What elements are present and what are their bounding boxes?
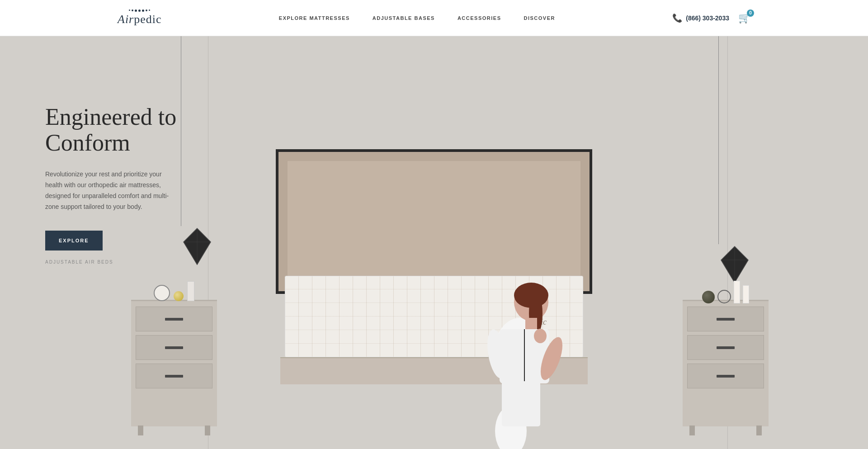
cart-badge: 0 — [747, 9, 754, 17]
logo-dot — [146, 9, 147, 11]
phone-area[interactable]: 📞 (866) 303-2033 — [672, 13, 729, 23]
drawer-handle — [165, 375, 183, 378]
nav-explore-mattresses[interactable]: EXPLORE MATTRESSES — [279, 15, 350, 21]
nav-discover[interactable]: DISCOVER — [524, 15, 555, 21]
drawer-2 — [136, 335, 212, 360]
logo-dot — [138, 9, 141, 12]
cart-button[interactable]: 🛒 0 — [738, 12, 750, 24]
hero-sub-label: ADJUSTABLE AIR BEDS — [45, 260, 249, 265]
deco-candle-short — [743, 285, 749, 303]
site-header: Airpedic EXPLORE MATTRESSES ADJUSTABLE B… — [0, 0, 868, 36]
drawer-3 — [136, 364, 212, 388]
main-nav: EXPLORE MATTRESSES ADJUSTABLE BASES ACCE… — [279, 15, 555, 21]
table-items-left — [131, 279, 217, 301]
clock-decor — [154, 285, 170, 301]
logo[interactable]: Airpedic — [118, 9, 162, 26]
drawer-handle — [717, 375, 735, 378]
table-legs — [131, 425, 217, 435]
deco-dark-sphere — [702, 291, 715, 303]
logo-dot — [129, 9, 130, 11]
bedside-table-right — [683, 300, 769, 426]
deco-tall — [187, 281, 194, 301]
drawer-handle — [717, 318, 735, 321]
drawer-handle — [717, 346, 735, 349]
hero-content: Engineered to Conform Revolutionize your… — [45, 104, 249, 265]
drawer-3 — [687, 364, 764, 388]
deco-ball — [174, 291, 184, 301]
hero-description: Revolutionize your rest and prioritize y… — [45, 169, 172, 212]
explore-button[interactable]: EXPLORE — [45, 231, 103, 250]
woman-figure — [457, 259, 583, 449]
logo-dot — [142, 9, 144, 12]
logo-dot — [132, 9, 133, 11]
drawer-handle — [165, 318, 183, 321]
drawer-1 — [687, 307, 764, 331]
drawer-handle — [165, 346, 183, 349]
table-leg — [756, 425, 762, 435]
header-right: 📞 (866) 303-2033 🛒 0 — [672, 12, 750, 24]
table-leg — [689, 425, 695, 435]
hero-section: Airpedic 1200 — [0, 36, 868, 449]
table-items-right — [683, 279, 769, 303]
logo-dot — [135, 9, 137, 12]
phone-number: (866) 303-2033 — [686, 14, 729, 22]
deco-candle-tall — [734, 281, 740, 303]
svg-rect-21 — [502, 381, 540, 426]
pendant-cord-right — [718, 36, 719, 244]
hero-title: Engineered to Conform — [45, 104, 249, 156]
nav-accessories[interactable]: ACCESSORIES — [458, 15, 501, 21]
logo-dots — [129, 9, 150, 12]
drawer-2 — [687, 335, 764, 360]
bedside-table-left — [131, 300, 217, 426]
logo-text: Airpedic — [118, 13, 162, 26]
table-leg — [205, 425, 210, 435]
deco-wire-sphere — [717, 290, 731, 303]
table-legs — [683, 425, 769, 435]
pendant-light-right — [718, 36, 719, 244]
nav-adjustable-bases[interactable]: ADJUSTABLE BASES — [373, 15, 435, 21]
drawer-1 — [136, 307, 212, 331]
svg-point-20 — [534, 329, 547, 343]
table-leg — [138, 425, 143, 435]
logo-dot — [149, 9, 150, 11]
phone-icon: 📞 — [672, 13, 682, 23]
